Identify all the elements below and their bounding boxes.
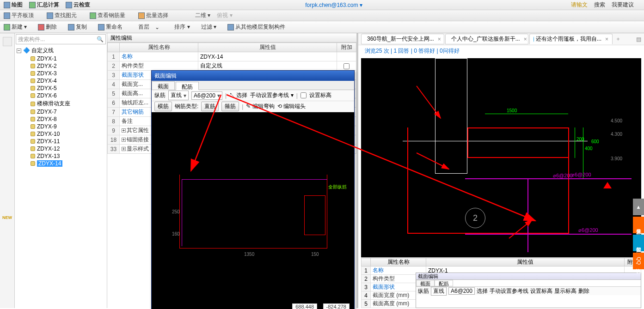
tree-item[interactable]: ZDYX-1 xyxy=(15,55,107,62)
edit-end-button[interactable]: ⟲ 编辑端头 xyxy=(277,103,306,110)
elev-4500: 4.500 xyxy=(611,118,622,123)
copy-from-button[interactable]: 从其他楼层复制构件 xyxy=(227,23,291,31)
answer-cad-view: 1500 200 400 600 4.500 4.300 3.900 ⌀6@20… xyxy=(361,58,641,257)
tree-item[interactable]: ZDYX-11 xyxy=(15,138,107,145)
tree-item[interactable]: ZDYX-14 xyxy=(15,160,107,167)
tb2-persp[interactable]: 俯视 ▾ xyxy=(217,12,232,19)
item-icon xyxy=(31,56,35,61)
tree-item[interactable]: ZDYX-8 xyxy=(15,115,107,123)
status-y: -824.278 xyxy=(323,303,350,309)
edit-hook-button[interactable]: ✎ 编辑弯钩 xyxy=(246,103,274,110)
floor-combo[interactable]: 首层 ⌄ xyxy=(138,23,159,31)
cloud-icon xyxy=(66,2,72,8)
close-icon[interactable]: × xyxy=(605,36,608,42)
follow-button[interactable]: 关注我们 xyxy=(633,235,644,251)
property-row[interactable]: 1名称ZDYX-14 xyxy=(108,52,356,61)
mini-show[interactable]: 显示标高 xyxy=(554,287,577,295)
new-button[interactable]: 新建 ▾ xyxy=(4,23,32,31)
tab-menu-icon[interactable]: ▤ xyxy=(633,36,644,42)
search-input[interactable]: 搜索构件... 🔍 xyxy=(16,34,106,44)
menu-draw[interactable]: 绘图 xyxy=(4,1,23,9)
mini-ref[interactable]: 手动设置参考线 xyxy=(490,287,528,295)
user-email[interactable]: forpk.chen@163.com ▾ xyxy=(305,2,362,8)
menu-suggest[interactable]: 我要建议 xyxy=(612,1,634,9)
tree-root[interactable]: −🔷 自定义线 xyxy=(15,46,107,55)
close-icon[interactable]: × xyxy=(524,36,527,42)
tab-rebar[interactable]: 配筋 xyxy=(176,82,199,90)
stirrup-button[interactable]: 箍筋 xyxy=(221,102,239,111)
mini-elev[interactable]: 设置标高 xyxy=(530,287,552,295)
menu-sum[interactable]: 汇总计算 xyxy=(29,1,59,9)
tab-360[interactable]: 360导航_新一代安全上网...× xyxy=(361,34,444,44)
tree-item[interactable]: 楼梯滑动支座 xyxy=(15,99,107,108)
item-icon xyxy=(31,86,35,91)
tab-section[interactable]: 截面 xyxy=(152,81,175,90)
tab-glodon[interactable]: 个人中心_广联达服务新干...× xyxy=(445,34,528,44)
tree-item[interactable]: ZDYX-4 xyxy=(15,77,107,85)
tb2-d[interactable]: 批量选择 xyxy=(138,12,175,19)
mini-tab-rebar[interactable]: 配筋 xyxy=(435,280,453,286)
back-to-top-button[interactable]: ▲ xyxy=(633,199,644,215)
property-row[interactable]: 2构件类型自定义线 xyxy=(108,61,356,71)
new-icon xyxy=(4,24,10,30)
straight-button[interactable]: 直筋 xyxy=(201,102,219,111)
mini-line-combo[interactable]: 直线 xyxy=(431,287,447,296)
section-mark: 2 xyxy=(465,208,485,228)
item-icon xyxy=(31,64,35,68)
fav-icon xyxy=(534,36,534,42)
extra-checkbox[interactable] xyxy=(343,63,350,69)
tb2-b[interactable]: 查找图元 xyxy=(47,12,83,19)
status-x: 688.448 xyxy=(292,303,317,309)
tree-item[interactable]: ZDYX-3 xyxy=(15,70,107,77)
tree-item[interactable]: ZDYX-7 xyxy=(15,108,107,115)
filter-button[interactable]: 过滤 ▾ xyxy=(201,23,222,31)
dim-1350: 1350 xyxy=(244,252,254,257)
copy-button[interactable]: 复制 xyxy=(68,23,92,31)
line-type-combo[interactable]: 直线 xyxy=(168,91,189,100)
select-button[interactable]: ↖ 选择 xyxy=(229,91,247,99)
close-icon[interactable]: × xyxy=(438,36,441,42)
tree-item[interactable]: ZDYX-5 xyxy=(15,85,107,92)
qq-button[interactable]: QQ咨询 xyxy=(633,253,644,269)
mini-select[interactable]: 选择 xyxy=(477,287,488,295)
mini-spec-combo[interactable]: A6@200 xyxy=(448,287,475,295)
mini-section-dialog: 截面编辑 截面 配筋 纵筋 直线 A6@200 选择 手动设置参考线 设置标高 … xyxy=(416,273,641,308)
rebar-row-2: 横筋 钢筋类型: 直筋 箍筋 | ✎ 编辑弯钩 ⟲ 编辑端头 xyxy=(152,101,354,112)
rebar-icon xyxy=(90,12,96,19)
find-icon xyxy=(47,12,53,19)
refline-button[interactable]: 手动设置参考线 ▾ xyxy=(250,91,293,99)
copy-icon xyxy=(68,24,74,30)
mini-tab-section[interactable]: 截面 xyxy=(416,280,435,286)
tree-item[interactable]: ZDYX-9 xyxy=(15,123,107,130)
tb2-view[interactable]: 二维 ▾ xyxy=(195,12,210,19)
tree-item[interactable]: ZDYX-6 xyxy=(15,92,107,99)
new-tab-button[interactable]: ＋ xyxy=(615,35,621,43)
transverse-button[interactable]: 横筋 xyxy=(154,102,172,111)
menu-cloud[interactable]: 云检查 xyxy=(66,1,90,9)
item-icon xyxy=(31,93,35,98)
feedback-button[interactable]: 意见反馈 xyxy=(633,217,644,233)
tree-item[interactable]: ZDYX-2 xyxy=(15,62,107,70)
sort-button[interactable]: 排序 ▾ xyxy=(174,23,195,31)
rail-item[interactable] xyxy=(3,37,12,46)
new-badge: NEW xyxy=(2,215,12,220)
tb2-c[interactable]: 查看钢筋量 xyxy=(90,12,132,19)
tree-item[interactable]: ZDYX-13 xyxy=(15,152,107,160)
dim-250: 250 xyxy=(172,209,180,214)
component-tree-panel: 搜索构件... 🔍 −🔷 自定义线ZDYX-1ZDYX-2ZDYX-3ZDYX-… xyxy=(15,33,107,308)
rebar-spec-combo[interactable]: A6@200 xyxy=(191,91,222,100)
draw-icon xyxy=(4,2,10,8)
delete-button[interactable]: 删除 xyxy=(38,23,62,31)
mini-col-val: 属性值 xyxy=(426,258,625,267)
tb2-a[interactable]: 平齐板顶 xyxy=(4,12,40,19)
tab-question[interactable]: 还有这个雨篷板，我用自...× xyxy=(529,34,613,44)
tree-item[interactable]: ZDYX-12 xyxy=(15,145,107,152)
mini-del[interactable]: 删除 xyxy=(578,287,589,295)
rename-button[interactable]: 重命名 xyxy=(98,23,128,31)
item-icon xyxy=(31,154,35,158)
tree-item[interactable]: ZDYX-10 xyxy=(15,130,107,138)
set-elev-checkbox[interactable] xyxy=(301,92,307,98)
menu-search[interactable]: 搜索 xyxy=(594,1,605,9)
rebar-label-1: ⌀6@200 xyxy=(571,172,591,178)
section-cad-view[interactable]: 250 160 1350 150 全部纵筋 688.448 -824.278 xyxy=(152,112,354,309)
